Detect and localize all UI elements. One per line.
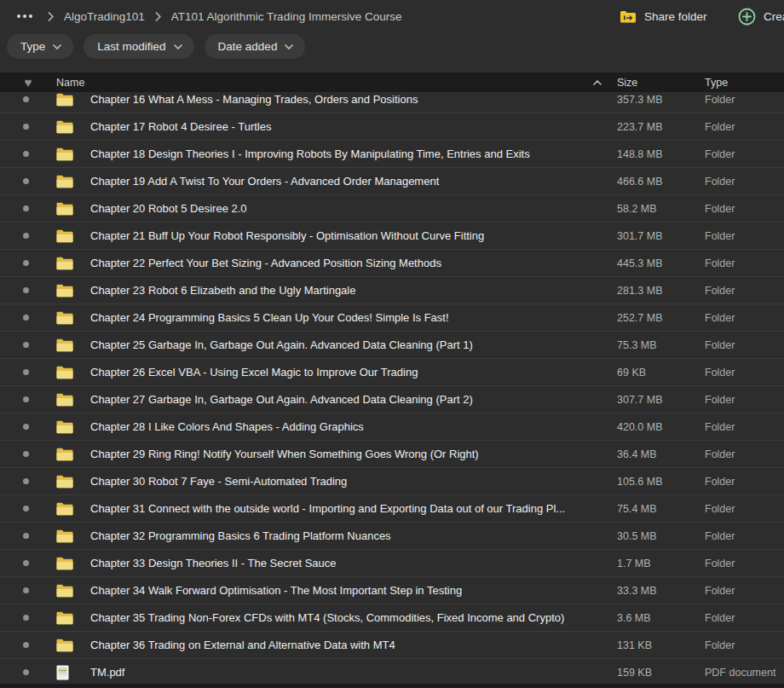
- column-header-name[interactable]: Name: [56, 77, 617, 89]
- file-row[interactable]: Chapter 35 Trading Non-Forex CFDs with M…: [0, 604, 784, 632]
- favorite-dot-icon[interactable]: [23, 424, 29, 430]
- file-row[interactable]: Chapter 36 Trading on External and Alter…: [0, 632, 784, 659]
- favorite-dot-icon[interactable]: [23, 478, 29, 484]
- breadcrumb-item-current[interactable]: AT101 Algorithmic Trading Immersive Cour…: [171, 10, 402, 23]
- file-row[interactable]: Chapter 22 Perfect Your Bet Sizing - Adv…: [0, 250, 784, 277]
- folder-icon: [56, 420, 73, 434]
- file-row[interactable]: Chapter 27 Garbage In, Garbage Out Again…: [0, 386, 784, 413]
- file-icon-cell: [56, 257, 90, 270]
- file-type: Folder: [705, 257, 784, 269]
- file-type: Folder: [705, 339, 784, 351]
- favorite-dot-icon[interactable]: [23, 124, 29, 130]
- file-row[interactable]: Chapter 19 Add A Twist To Your Orders - …: [0, 168, 784, 195]
- favorite-cell: [0, 642, 56, 648]
- chevron-down-icon: [174, 44, 182, 49]
- file-row[interactable]: Chapter 34 Walk Forward Optimisation - T…: [0, 577, 784, 604]
- folder-icon: [56, 502, 73, 516]
- file-row[interactable]: Chapter 30 Robot 7 Faye - Semi-Automated…: [0, 468, 784, 495]
- file-name: Chapter 21 Buff Up Your Robot Responsibl…: [90, 229, 617, 242]
- file-row[interactable]: Chapter 26 Excel VBA - Using Excel Magic…: [0, 359, 784, 386]
- favorite-dot-icon[interactable]: [23, 151, 29, 157]
- favorite-cell: [0, 315, 56, 321]
- filter-bar: Type Last modified Date added: [7, 34, 305, 59]
- file-icon-cell: [56, 639, 90, 652]
- folder-icon: [56, 229, 73, 243]
- chevron-down-icon: [53, 44, 61, 49]
- favorite-dot-icon[interactable]: [23, 96, 29, 102]
- file-row[interactable]: Chapter 29 Ring Ring! Notify Yourself Wh…: [0, 441, 784, 468]
- file-row[interactable]: Chapter 25 Garbage In, Garbage Out Again…: [0, 332, 784, 359]
- chevron-right-icon: [48, 12, 54, 21]
- filter-date-added-dropdown[interactable]: Date added: [205, 34, 306, 59]
- file-type: Folder: [705, 312, 784, 324]
- favorite-dot-icon[interactable]: [23, 369, 29, 375]
- file-size: 36.4 MB: [617, 448, 705, 460]
- favorite-dot-icon[interactable]: [23, 451, 29, 457]
- file-type: Folder: [705, 448, 784, 460]
- favorite-dot-icon[interactable]: [23, 560, 29, 566]
- folder-icon: [56, 284, 73, 298]
- file-row[interactable]: Chapter 23 Robot 6 Elizabeth and the Ugl…: [0, 277, 784, 304]
- file-icon-cell: [56, 665, 90, 680]
- favorite-dot-icon[interactable]: [23, 205, 29, 211]
- file-row[interactable]: Chapter 20 Robot 5 Desiree 2.0 58.2 MB F…: [0, 195, 784, 223]
- filter-type-dropdown[interactable]: Type: [7, 34, 73, 59]
- favorite-cell: [0, 369, 56, 375]
- favorite-cell: [0, 178, 56, 184]
- favorite-dot-icon[interactable]: [23, 642, 29, 648]
- folder-icon: [56, 120, 73, 134]
- filter-last-modified-dropdown[interactable]: Last modified: [84, 34, 193, 59]
- share-folder-button[interactable]: Share folder: [620, 0, 707, 32]
- favorite-dot-icon[interactable]: [23, 533, 29, 539]
- folder-icon: [56, 557, 73, 570]
- file-name: Chapter 18 Design Theories I - Improving…: [90, 147, 617, 160]
- file-row[interactable]: TM.pdf 159 KB PDF document: [0, 659, 784, 686]
- file-row[interactable]: Chapter 18 Design Theories I - Improving…: [0, 141, 784, 168]
- breadcrumb-overflow-button[interactable]: [12, 9, 37, 23]
- file-icon-cell: [56, 475, 90, 489]
- breadcrumb-item-parent[interactable]: AlgoTrading101: [64, 10, 145, 23]
- column-header-favorite[interactable]: ♥: [0, 76, 56, 89]
- file-row[interactable]: Chapter 21 Buff Up Your Robot Responsibl…: [0, 223, 784, 250]
- file-size: 301.7 MB: [617, 230, 705, 242]
- file-row[interactable]: Chapter 31 Connect with the outside worl…: [0, 495, 784, 523]
- file-name: Chapter 26 Excel VBA - Using Excel Magic…: [90, 366, 617, 379]
- favorite-cell: [0, 587, 56, 593]
- column-header-size[interactable]: Size: [617, 77, 705, 89]
- column-header-type[interactable]: Type: [705, 77, 784, 89]
- favorite-dot-icon[interactable]: [23, 615, 29, 621]
- file-row[interactable]: Chapter 33 Design Theories II - The Secr…: [0, 550, 784, 577]
- favorite-dot-icon[interactable]: [23, 342, 29, 348]
- filter-type-label: Type: [20, 40, 45, 53]
- file-icon-cell: [56, 338, 90, 352]
- column-size-label: Size: [617, 77, 637, 89]
- create-label: Create: [764, 10, 784, 23]
- file-row[interactable]: Chapter 17 Robot 4 Desiree - Turtles 223…: [0, 113, 784, 141]
- favorite-dot-icon[interactable]: [23, 178, 29, 184]
- favorite-dot-icon[interactable]: [23, 260, 29, 266]
- file-row[interactable]: Chapter 24 Programming Basics 5 Clean Up…: [0, 304, 784, 332]
- plus-circle-icon: [738, 8, 756, 26]
- create-button[interactable]: Create: [738, 0, 784, 32]
- folder-icon: [56, 147, 73, 161]
- favorite-dot-icon[interactable]: [23, 315, 29, 321]
- favorite-dot-icon[interactable]: [23, 233, 29, 239]
- file-type: Folder: [705, 421, 784, 433]
- favorite-dot-icon[interactable]: [23, 287, 29, 293]
- file-name: Chapter 27 Garbage In, Garbage Out Again…: [90, 393, 617, 406]
- favorite-dot-icon[interactable]: [23, 506, 29, 512]
- filter-date-added-label: Date added: [218, 40, 278, 53]
- file-size: 159 KB: [617, 667, 705, 679]
- file-name: Chapter 36 Trading on External and Alter…: [90, 639, 617, 651]
- chevron-down-icon: [285, 44, 293, 49]
- favorite-dot-icon[interactable]: [23, 396, 29, 402]
- file-type: Folder: [705, 585, 784, 597]
- favorite-dot-icon[interactable]: [23, 587, 29, 593]
- file-row[interactable]: Chapter 28 I Like Colors And Shapes - Ad…: [0, 413, 784, 441]
- file-row[interactable]: Chapter 32 Programming Basics 6 Trading …: [0, 523, 784, 550]
- folder-icon: [56, 93, 73, 107]
- file-size: 281.3 MB: [617, 285, 705, 297]
- folder-icon: [56, 175, 73, 188]
- file-name: Chapter 29 Ring Ring! Notify Yourself Wh…: [90, 448, 617, 460]
- favorite-dot-icon[interactable]: [23, 669, 29, 675]
